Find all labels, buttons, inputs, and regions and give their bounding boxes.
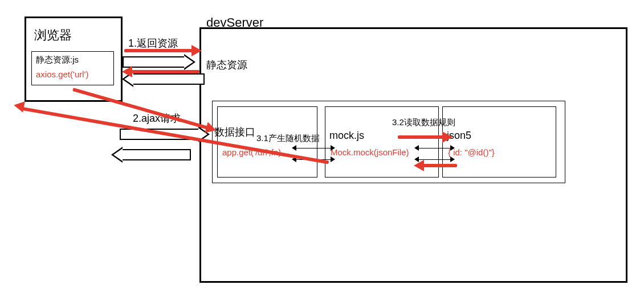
red-arrow-mock-to-browser-head <box>13 100 25 113</box>
mockjs-title: mock.js <box>329 130 364 142</box>
json5-box <box>442 106 556 178</box>
red-arrow-step1-back-head <box>122 66 132 77</box>
static-resource-label: 静态资源 <box>206 58 247 72</box>
mockcall-code: Mock.mock(jsonFile) <box>331 147 409 157</box>
red-arrow-step1-back <box>131 70 199 73</box>
step1-label: 1.返回资源 <box>128 36 178 50</box>
read-rules-label: 3.2读取数据规则 <box>392 117 455 128</box>
json5-content: { id: "@id()"} <box>448 147 495 157</box>
devserver-title: devServer <box>206 15 263 30</box>
red-arrow-from-json5 <box>423 164 457 167</box>
static-js-label: 静态资源:js <box>36 55 79 65</box>
red-arrow-step1 <box>124 49 193 52</box>
gen-random-label: 3.1产生随机数据 <box>256 133 320 144</box>
red-arrow-to-json5-head <box>442 131 453 143</box>
browser-title: 浏览器 <box>34 27 72 44</box>
red-arrow-to-json5 <box>398 135 443 139</box>
bi-arrow-appget-mock-top <box>296 148 331 148</box>
red-arrow-from-json5-head <box>414 160 424 171</box>
bi-arrow-mock-json-top <box>419 148 450 148</box>
axios-code: axios.get('url') <box>36 69 88 79</box>
red-arrow-step1-head <box>191 45 202 56</box>
